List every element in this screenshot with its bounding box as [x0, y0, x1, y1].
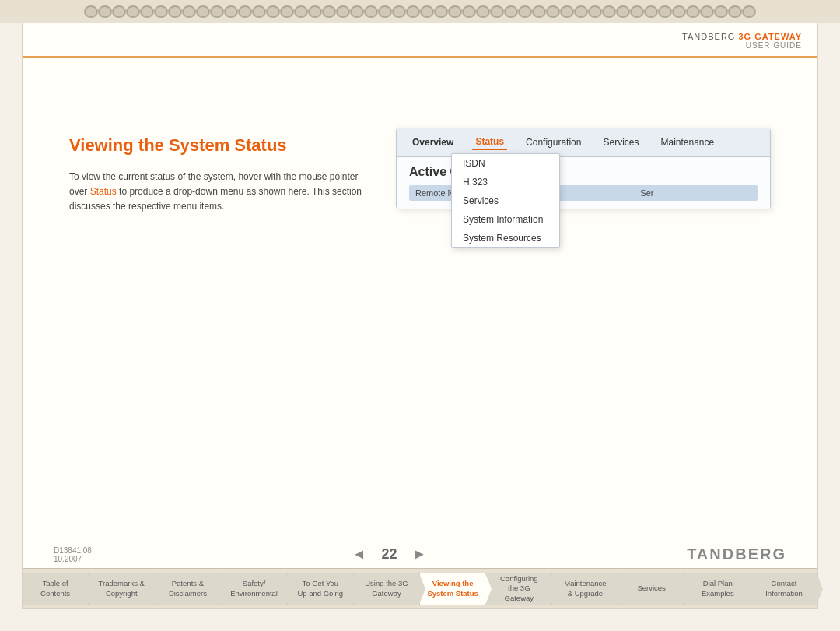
doc-date: 10.2007 — [54, 555, 92, 563]
spiral-loop — [364, 5, 378, 18]
spiral-loop — [140, 5, 154, 18]
spiral-binding — [0, 0, 840, 23]
dropdown-item-isdn[interactable]: ISDN — [452, 154, 559, 173]
spiral-loop — [714, 5, 728, 18]
tandberg-footer-logo: TANDBERG — [687, 545, 786, 563]
spiral-loop — [672, 5, 686, 18]
nav-status[interactable]: Status — [472, 135, 507, 150]
spiral-loop — [336, 5, 350, 18]
page-content: Viewing the System Status To view the cu… — [23, 58, 817, 608]
tab-dial-plan[interactable]: Dial PlanExamples — [685, 573, 751, 605]
status-link[interactable]: Status — [90, 186, 117, 197]
spiral-loop — [686, 5, 700, 18]
tab-safety-environmental[interactable]: Safety/Environmental — [222, 573, 288, 605]
spiral-loop — [574, 5, 588, 18]
brand-name: TANDBERG 3G GATEWAY — [38, 32, 802, 41]
section-title: Viewing the System Status — [69, 135, 365, 156]
dropdown-item-system-info[interactable]: System Information — [452, 210, 559, 229]
page-header: TANDBERG 3G GATEWAY USER GUIDE — [23, 23, 817, 58]
doc-id-number: D13841.08 — [54, 546, 92, 555]
nav-configuration[interactable]: Configuration — [523, 135, 584, 149]
spiral-loop — [490, 5, 504, 18]
tab-get-you-going[interactable]: To Get YouUp and Going — [288, 573, 354, 605]
nav-overview[interactable]: Overview — [409, 135, 457, 149]
spiral-loop — [112, 5, 126, 18]
spiral-loop — [434, 5, 448, 18]
bottom-nav: Table ofContents Trademarks &Copyright P… — [23, 568, 817, 608]
spiral-loop — [448, 5, 462, 18]
spiral-loop — [546, 5, 560, 18]
doc-id: D13841.08 10.2007 — [54, 546, 92, 563]
spiral-loop — [406, 5, 420, 18]
spiral-loop — [350, 5, 364, 18]
tab-configuring-gateway[interactable]: Configuringthe 3G Gateway — [486, 573, 552, 605]
nav-maintenance[interactable]: Maintenance — [657, 135, 717, 149]
spiral-loop — [644, 5, 658, 18]
dropdown-item-h323[interactable]: H.323 — [452, 173, 559, 191]
spiral-loop — [476, 5, 490, 18]
spiral-loop — [322, 5, 336, 18]
spiral-loop — [84, 5, 98, 18]
spiral-loop — [532, 5, 546, 18]
prev-page-button[interactable]: ◄ — [352, 546, 366, 563]
spiral-loop — [602, 5, 616, 18]
dropdown-item-system-resources[interactable]: System Resources — [452, 229, 559, 247]
spiral-loop — [294, 5, 308, 18]
spiral-loop — [252, 5, 266, 18]
section-body: To view the current status of the system… — [69, 170, 365, 215]
content-body: Viewing the System Status To view the cu… — [69, 135, 771, 215]
mockup-container: Overview Status Configuration Services M… — [396, 128, 771, 209]
spiral-loop — [280, 5, 294, 18]
tab-patents-disclaimers[interactable]: Patents &Disclaimers — [155, 573, 221, 605]
next-page-button[interactable]: ► — [413, 546, 427, 563]
spiral-loop — [238, 5, 252, 18]
dropdown-menu: ISDN H.323 Services System Information S… — [451, 153, 560, 248]
main-page: TANDBERG 3G GATEWAY USER GUIDE Viewing t… — [22, 22, 818, 609]
tab-services[interactable]: Services — [619, 573, 685, 605]
tab-table-of-contents[interactable]: Table ofContents — [23, 573, 89, 605]
dropdown-item-services[interactable]: Services — [452, 191, 559, 210]
spiral-loop — [392, 5, 406, 18]
spiral-loop — [742, 5, 756, 18]
spiral-loop — [518, 5, 532, 18]
brand-product: 3G GATEWAY — [738, 32, 802, 41]
spiral-loop — [224, 5, 238, 18]
header-subtitle: USER GUIDE — [38, 41, 802, 50]
spiral-loop — [700, 5, 714, 18]
col-ser: Ser — [640, 188, 751, 198]
text-section: Viewing the System Status To view the cu… — [69, 135, 365, 215]
page-number: 22 — [382, 546, 397, 563]
spiral-loop — [196, 5, 210, 18]
spiral-loop — [182, 5, 196, 18]
ui-mockup: Overview Status Configuration Services M… — [396, 128, 771, 209]
spiral-loop — [308, 5, 322, 18]
tab-trademarks-copyright[interactable]: Trademarks &Copyright — [89, 573, 155, 605]
spiral-loop — [630, 5, 644, 18]
spiral-loop — [588, 5, 602, 18]
tab-contact-information[interactable]: ContactInformation — [751, 573, 817, 605]
spiral-loop — [616, 5, 630, 18]
spiral-loop — [420, 5, 434, 18]
spiral-loop — [154, 5, 168, 18]
tab-viewing-status[interactable]: Viewing theSystem Status — [420, 573, 486, 605]
tab-using-gateway[interactable]: Using the 3GGateway — [354, 573, 420, 605]
spiral-loop — [504, 5, 518, 18]
spiral-loop — [168, 5, 182, 18]
spiral-loop — [560, 5, 574, 18]
pagination: ◄ 22 ► — [352, 546, 427, 563]
spiral-loop — [98, 5, 112, 18]
spiral-loop — [728, 5, 742, 18]
nav-services[interactable]: Services — [600, 135, 642, 149]
spiral-loop — [378, 5, 392, 18]
page-footer: D13841.08 10.2007 ◄ 22 ► TANDBERG — [54, 545, 786, 563]
spiral-loop — [126, 5, 140, 18]
spiral-loop — [266, 5, 280, 18]
spiral-loop — [210, 5, 224, 18]
tab-maintenance-upgrade[interactable]: Maintenance& Upgrade — [552, 573, 618, 605]
spiral-loop — [462, 5, 476, 18]
spiral-loop — [658, 5, 672, 18]
